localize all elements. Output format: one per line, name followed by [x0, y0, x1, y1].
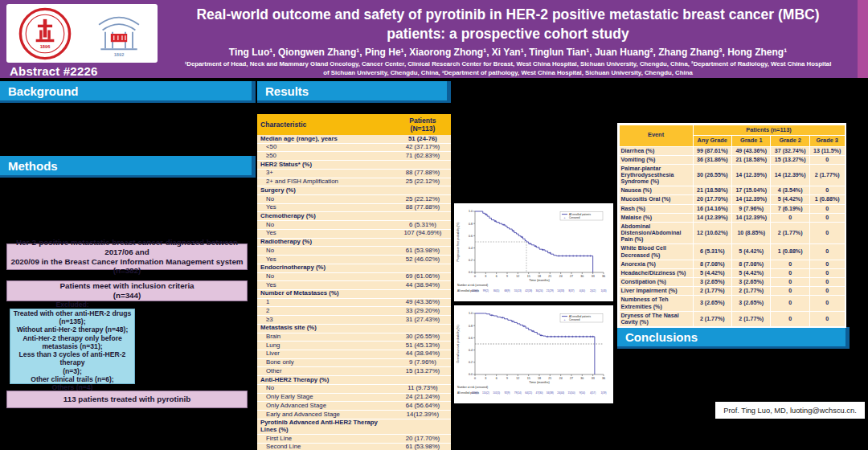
svg-text:110(2): 110(2) — [482, 391, 489, 395]
table-row: Yes52 (46.02%) — [257, 256, 451, 264]
logo-box: 1896 1892 — [6, 4, 158, 63]
svg-text:34(38): 34(38) — [547, 391, 554, 395]
svg-text:+: + — [563, 318, 565, 321]
svg-text:6: 6 — [496, 377, 497, 380]
svg-text:Number at risk (censored): Number at risk (censored) — [457, 386, 488, 389]
svg-text:8(37): 8(37) — [568, 289, 574, 292]
characteristics-table-body: Median age (range), years51 (24-76)<5042… — [257, 135, 451, 450]
svg-text:64(21): 64(21) — [525, 391, 532, 395]
table-row: Surgery (%) — [257, 186, 451, 195]
svg-text:2(42): 2(42) — [590, 289, 596, 292]
table-row: Liver Impairment (%)2 (1.77%)2 (1.77%)00 — [620, 287, 845, 295]
svg-text:0.2: 0.2 — [469, 259, 473, 262]
table-row: ≥5071 (62.83%) — [257, 152, 451, 161]
section-header-methods: Methods — [0, 156, 256, 178]
svg-text:1.0: 1.0 — [469, 210, 473, 213]
table-row: No69 (61.06%) — [257, 272, 451, 281]
table-row: Vomiting (%)36 (31.86%)21 (18.58%)15 (13… — [620, 156, 845, 164]
authors-line: Ting Luo¹, Qiongwen Zhang¹, Ping He¹, Xi… — [161, 47, 855, 58]
svg-text:113(0): 113(0) — [472, 391, 479, 395]
table-row: First Line20 (17.70%) — [257, 435, 451, 444]
table-row: ≥331 (27.43%) — [257, 316, 451, 325]
table-row: Number of Metastases (%) — [257, 289, 451, 298]
table-row: Second Line61 (53.98%) — [257, 443, 451, 450]
header-banner: 1896 1892 — [0, 0, 868, 78]
svg-text:Overall survival probability (: Overall survival probability (%) — [457, 325, 460, 362]
table-row: Radiotherapy (%) — [257, 238, 451, 247]
svg-text:0.6: 0.6 — [469, 235, 473, 238]
table-row: 3+88 (77.88%) — [257, 169, 451, 178]
table-row: Anti-HER2 Therapy (%) — [257, 376, 451, 385]
svg-text:30: 30 — [580, 377, 583, 380]
svg-text:47(30): 47(30) — [536, 391, 543, 395]
svg-text:24: 24 — [559, 275, 563, 278]
svg-text:68(9): 68(9) — [504, 289, 510, 292]
affiliations-line1: ¹Department of Head, Neck and Mammary Gl… — [161, 60, 855, 68]
svg-text:0: 0 — [474, 377, 476, 380]
svg-text:1(59): 1(59) — [600, 391, 606, 395]
table-row: Nausea (%)21 (18.58%)17 (15.04%)4 (3.54%… — [620, 186, 845, 194]
svg-text:Time (months): Time (months) — [529, 380, 550, 384]
table-row: Constipation (%)3 (2.65%)3 (2.65%)00 — [620, 278, 845, 286]
svg-text:55(13): 55(13) — [514, 289, 522, 292]
svg-text:42(18): 42(18) — [525, 289, 532, 292]
event-col-header: Event — [620, 125, 693, 146]
table-row: Pyrotinib Advanced Anti-HER2 Therapy Lin… — [257, 419, 451, 434]
svg-text:30: 30 — [580, 275, 583, 278]
table-row: Mucositis Oral (%)20 (17.70%)14 (12.39%)… — [620, 195, 845, 203]
table-row: Bone only9 (7.96%) — [257, 358, 451, 367]
patients-group-header: Patients (n=113) — [694, 125, 845, 136]
svg-text:All enrolled patients: All enrolled patients — [569, 315, 591, 318]
svg-text:0.0: 0.0 — [469, 373, 473, 376]
table-row: No6 (5.31%) — [257, 221, 451, 230]
section-header-background: Background — [0, 81, 256, 103]
svg-text:33: 33 — [592, 377, 595, 380]
patients-col-header: Patients (N=113) — [395, 114, 451, 135]
svg-text:All enrolled patients: All enrolled patients — [569, 213, 591, 216]
svg-text:4(40): 4(40) — [579, 289, 585, 292]
svg-text:24(44): 24(44) — [557, 391, 564, 395]
svg-text:33: 33 — [592, 275, 595, 278]
svg-text:36: 36 — [602, 275, 605, 278]
svg-text:1(43): 1(43) — [600, 289, 606, 292]
poster-title-line1: Real-world outcome and safety of pyrotin… — [161, 6, 855, 25]
svg-text:12: 12 — [516, 275, 519, 278]
svg-text:3: 3 — [485, 377, 486, 380]
svg-text:0.8: 0.8 — [469, 325, 473, 328]
table-row: Abdominal Distension/Abdominal Pain (%)1… — [620, 223, 845, 243]
table-row: Endocrinotherapy (%) — [257, 264, 451, 272]
table-row: Malaise (%)14 (12.39%)14 (12.39%)00 — [620, 214, 845, 222]
svg-text:79(14): 79(14) — [514, 391, 522, 395]
svg-text:21(29): 21(29) — [547, 289, 554, 292]
table-row: Liver44 (38.94%) — [257, 350, 451, 358]
svg-text:4(57): 4(57) — [590, 391, 596, 395]
svg-text:0.8: 0.8 — [469, 223, 473, 226]
table-row: Headache/Dizziness (%)5 (4.42%)5 (4.42%)… — [620, 269, 845, 277]
abstract-number: Abstract #2226 — [10, 64, 98, 78]
table-row: Numbness of Teh Extremities (%)3 (2.65%)… — [620, 296, 845, 310]
svg-text:0.4: 0.4 — [469, 247, 473, 250]
table-row: Yes44 (38.94%) — [257, 281, 451, 290]
svg-text:9: 9 — [506, 377, 508, 380]
table-row: 233 (29.20%) — [257, 307, 451, 316]
grade-col-header-2: Grade 2 — [771, 136, 809, 146]
table-row: Palmar-plantar Erythrodysesthesia Syndro… — [620, 165, 845, 186]
svg-text:3: 3 — [485, 275, 486, 278]
west-china-hospital-logo: 1892 — [92, 6, 146, 61]
table-row: No11 (9.73%) — [257, 384, 451, 393]
svg-text:24: 24 — [559, 377, 563, 380]
svg-text:30(24): 30(24) — [536, 289, 543, 292]
table-row: Only Advanced Stage64 (56.64%) — [257, 402, 451, 411]
svg-text:Censored: Censored — [569, 216, 580, 219]
flowchart-box-cohort: Her-2-positive metastatic breast cancer … — [6, 243, 248, 270]
svg-text:113(0): 113(0) — [472, 289, 479, 292]
table-row: <5042 (37.17%) — [257, 143, 451, 152]
svg-text:84(5): 84(5) — [493, 289, 499, 292]
table-row: Median age (range), years51 (24-76) — [257, 135, 451, 143]
svg-text:0: 0 — [474, 275, 476, 278]
svg-text:92(9): 92(9) — [504, 391, 510, 395]
sichuan-university-logo: 1896 — [18, 6, 72, 61]
svg-text:14(33): 14(33) — [557, 289, 564, 292]
table-row: Rash (%)16 (14.16%)9 (7.96%)7 (6.19%)0 — [620, 205, 845, 213]
table-row: Anorexia (%)8 (7.08%)8 (7.08%)00 — [620, 260, 845, 268]
